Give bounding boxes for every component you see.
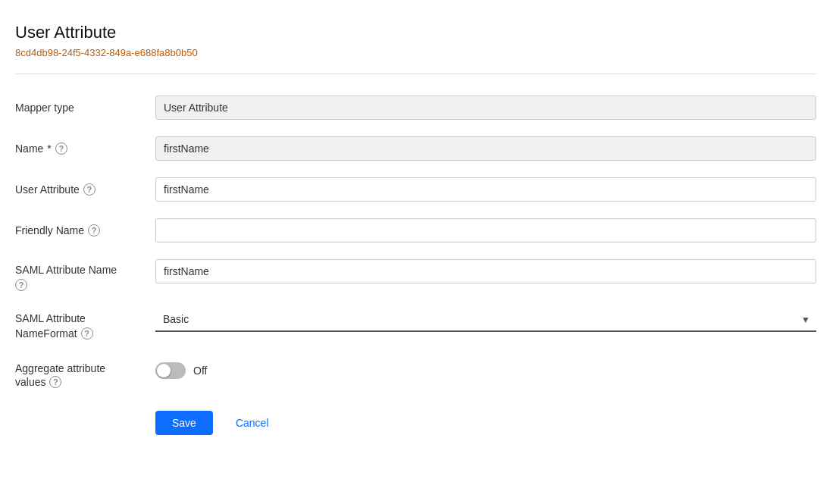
aggregate-row: Aggregate attribute values ? Off xyxy=(15,356,816,388)
saml-attribute-nameformat-label-bottom-row: NameFormat ? xyxy=(15,327,155,340)
user-attribute-input[interactable] xyxy=(155,177,816,202)
saml-attribute-nameformat-label-block: SAML Attribute NameFormat ? xyxy=(15,308,155,340)
aggregate-help-icon[interactable]: ? xyxy=(49,376,61,388)
friendly-name-label: Friendly Name ? xyxy=(15,218,155,236)
aggregate-toggle-text: Off xyxy=(193,365,207,377)
aggregate-toggle-control: Off xyxy=(155,356,207,379)
cancel-button[interactable]: Cancel xyxy=(228,411,277,435)
aggregate-label: Aggregate attribute values ? xyxy=(15,356,155,388)
saml-attribute-name-row: SAML Attribute Name ? xyxy=(15,259,816,291)
aggregate-label-bottom: values ? xyxy=(15,376,61,388)
saml-attribute-nameformat-select-wrapper: Basic URI Reference Unspecified ▼ xyxy=(155,308,816,332)
buttons-row: Save Cancel xyxy=(15,411,816,435)
user-attribute-help-icon[interactable]: ? xyxy=(83,183,95,196)
name-input[interactable] xyxy=(155,136,816,161)
saml-attribute-nameformat-label-bottom: NameFormat xyxy=(15,327,77,340)
saml-attribute-nameformat-help-icon[interactable]: ? xyxy=(81,327,93,340)
name-row: Name * ? xyxy=(15,136,816,161)
aggregate-label-top: Aggregate attribute xyxy=(15,362,105,374)
form-container: Mapper type Name * ? User Attribute ? Fr… xyxy=(15,95,816,435)
saml-attribute-nameformat-select[interactable]: Basic URI Reference Unspecified xyxy=(155,308,816,332)
aggregate-toggle-switch[interactable] xyxy=(155,362,186,379)
saml-attribute-name-input[interactable] xyxy=(155,259,816,283)
saml-attribute-nameformat-row: SAML Attribute NameFormat ? Basic URI Re… xyxy=(15,308,816,340)
friendly-name-input[interactable] xyxy=(155,218,816,243)
user-attribute-row: User Attribute ? xyxy=(15,177,816,202)
name-required: * xyxy=(47,142,51,155)
friendly-name-row: Friendly Name ? xyxy=(15,218,816,243)
page-subtitle: 8cd4db98-24f5-4332-849a-e688fa8b0b50 xyxy=(15,47,816,58)
saml-attribute-name-label: SAML Attribute Name xyxy=(15,264,155,276)
toggle-knob xyxy=(157,364,171,377)
page-container: User Attribute 8cd4db98-24f5-4332-849a-e… xyxy=(0,0,839,458)
section-divider xyxy=(15,74,816,74)
friendly-name-help-icon[interactable]: ? xyxy=(88,224,100,236)
page-title: User Attribute xyxy=(15,23,816,42)
mapper-type-row: Mapper type xyxy=(15,95,816,120)
save-button[interactable]: Save xyxy=(155,411,213,435)
name-help-icon[interactable]: ? xyxy=(55,142,67,155)
user-attribute-label: User Attribute ? xyxy=(15,177,155,196)
saml-attribute-name-label-block: SAML Attribute Name ? xyxy=(15,259,155,291)
saml-attribute-name-help-row: ? xyxy=(15,279,155,291)
mapper-type-input[interactable] xyxy=(155,95,816,120)
name-label: Name * ? xyxy=(15,136,155,155)
saml-attribute-name-help-icon[interactable]: ? xyxy=(15,279,27,291)
saml-attribute-nameformat-label-top: SAML Attribute xyxy=(15,312,155,324)
mapper-type-label: Mapper type xyxy=(15,95,155,114)
